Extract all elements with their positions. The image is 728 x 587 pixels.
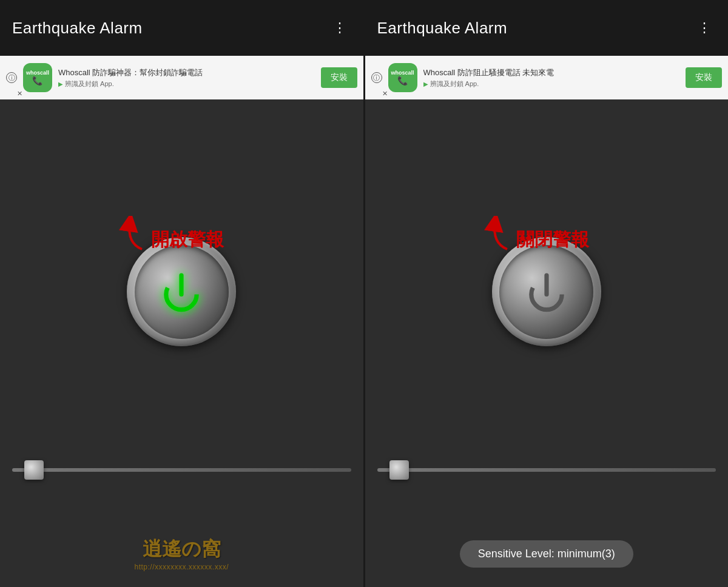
left-screen: Earthquake Alarm ⋮ ⓘ whoscall 📞 Whoscall…: [0, 0, 365, 587]
left-watermark-url: http://xxxxxxxx.xxxxxx.xxx/: [134, 563, 229, 571]
right-header: Earthquake Alarm ⋮: [365, 0, 729, 56]
left-ad-install-button[interactable]: 安裝: [321, 67, 357, 88]
right-ad-banner: ⓘ whoscall 📞 Whoscall 防詐阻止騷擾電話 未知來電 ▶ 辨識…: [365, 56, 729, 99]
right-ad-close-button[interactable]: ✕: [382, 90, 388, 98]
left-ad-logo: whoscall 📞: [23, 63, 52, 92]
right-ad-install-button[interactable]: 安裝: [686, 67, 722, 88]
left-bottom-area: 逍遙の窩 http://xxxxxxxx.xxxxxx.xxx/: [0, 520, 363, 587]
left-ad-subtitle: ▶ 辨識及封鎖 App.: [58, 79, 315, 89]
right-ad-subtitle: ▶ 辨識及封鎖 App.: [423, 79, 680, 89]
right-ad-subtitle-text: 辨識及封鎖 App.: [430, 79, 479, 89]
left-ad-phone-icon: 📞: [32, 76, 42, 86]
right-alarm-label-text: 關閉警報: [516, 227, 589, 252]
right-ad-phone-icon: 📞: [397, 76, 408, 86]
left-slider-track: [12, 468, 351, 472]
right-power-button-container: 關閉警報: [492, 237, 601, 346]
left-google-play-icon: ▶: [58, 81, 63, 87]
left-alarm-label-text: 開啟警報: [151, 227, 224, 252]
right-ad-info-icon[interactable]: ⓘ: [371, 72, 382, 83]
right-menu-icon[interactable]: ⋮: [693, 15, 716, 41]
left-watermark: 逍遙の窩 http://xxxxxxxx.xxxxxx.xxx/: [134, 536, 229, 571]
left-alarm-label-group: 開啟警報: [118, 216, 224, 252]
right-alarm-label-group: 關閉警報: [483, 216, 589, 252]
left-ad-logo-text: whoscall: [26, 70, 49, 76]
right-power-icon: [519, 264, 574, 319]
left-ad-text: Whoscall 防詐騙神器：幫你封鎖詐騙電話 ▶ 辨識及封鎖 App.: [58, 67, 315, 89]
right-bottom-area: Sensitive Level: minimum(3): [365, 520, 729, 587]
right-slider-track: [377, 468, 716, 472]
left-ad-title: Whoscall 防詐騙神器：幫你封鎖詐騙電話: [58, 67, 315, 78]
right-arrow-icon: [483, 216, 513, 252]
left-arrow-icon: [118, 216, 148, 252]
right-ad-logo: whoscall 📞: [388, 63, 417, 92]
left-power-icon: [154, 264, 209, 319]
sensitive-level-badge: Sensitive Level: minimum(3): [460, 540, 633, 568]
left-watermark-cn: 逍遙の窩: [143, 536, 221, 563]
right-slider-container: [365, 468, 729, 472]
left-header: Earthquake Alarm ⋮: [0, 0, 363, 56]
right-ad-text: Whoscall 防詐阻止騷擾電話 未知來電 ▶ 辨識及封鎖 App.: [423, 67, 680, 89]
right-ad-logo-text: whoscall: [391, 70, 414, 76]
right-app-title: Earthquake Alarm: [377, 19, 508, 38]
left-ad-info-icon[interactable]: ⓘ: [6, 72, 17, 83]
right-screen: Earthquake Alarm ⋮ ⓘ whoscall 📞 Whoscall…: [365, 0, 729, 587]
left-menu-icon[interactable]: ⋮: [328, 15, 351, 41]
right-slider-thumb[interactable]: [389, 460, 409, 480]
left-slider-container: [0, 468, 363, 472]
left-ad-banner: ⓘ whoscall 📞 Whoscall 防詐騙神器：幫你封鎖詐騙電話 ▶ 辨…: [0, 56, 363, 99]
left-app-title: Earthquake Alarm: [12, 19, 143, 38]
sensitive-level-text: Sensitive Level: minimum(3): [478, 548, 615, 560]
right-ad-title: Whoscall 防詐阻止騷擾電話 未知來電: [423, 67, 680, 78]
left-ad-subtitle-text: 辨識及封鎖 App.: [65, 79, 114, 89]
left-ad-close-button[interactable]: ✕: [17, 90, 22, 98]
left-power-button-container: 開啟警報: [127, 237, 236, 346]
right-google-play-icon: ▶: [423, 81, 428, 87]
left-power-button[interactable]: [127, 237, 236, 346]
right-power-button[interactable]: [492, 237, 601, 346]
left-slider-thumb[interactable]: [24, 460, 44, 480]
right-main-content: 關閉警報: [365, 99, 729, 520]
left-main-content: 開啟警報: [0, 99, 363, 520]
